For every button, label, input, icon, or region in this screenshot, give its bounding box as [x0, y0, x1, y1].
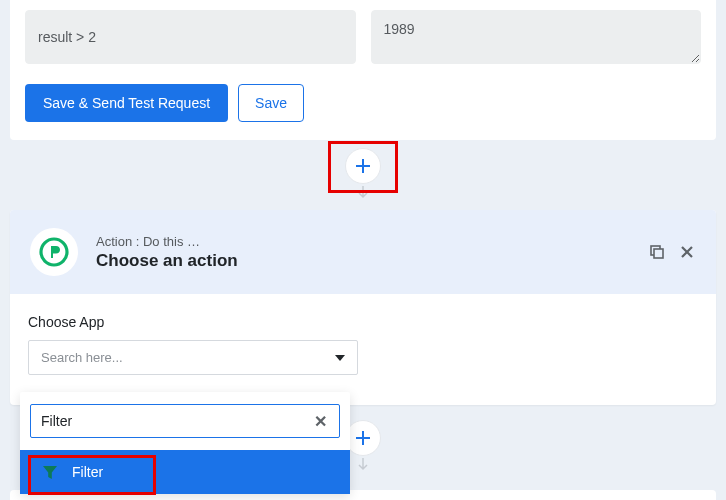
inputs-row: 1989: [25, 10, 701, 64]
header-actions: [648, 243, 696, 261]
action-card: Action : Do this … Choose an action Choo…: [10, 210, 716, 405]
select-placeholder: Search here...: [41, 350, 123, 365]
app-search-wrapper: ✕: [30, 404, 340, 438]
highlight-add-step: [328, 141, 398, 193]
connector-bottom: [345, 420, 381, 476]
clear-search-icon[interactable]: ✕: [311, 412, 329, 430]
action-subtitle: Action : Do this …: [96, 234, 630, 249]
add-step-button-2[interactable]: [345, 420, 381, 456]
action-body: Choose App Search here... ✕ Filter: [10, 294, 716, 405]
choose-app-label: Choose App: [28, 314, 698, 330]
chevron-down-icon: [335, 355, 345, 361]
copy-icon[interactable]: [648, 243, 666, 261]
svg-rect-2: [654, 249, 663, 258]
top-card: 1989 Save & Send Test Request Save: [10, 0, 716, 140]
plus-icon: [356, 431, 370, 445]
highlight-filter-item: [28, 455, 156, 495]
save-button[interactable]: Save: [238, 84, 304, 122]
button-row: Save & Send Test Request Save: [25, 84, 701, 122]
save-send-test-request-button[interactable]: Save & Send Test Request: [25, 84, 228, 122]
arrow-down-icon: [357, 458, 369, 476]
action-title: Choose an action: [96, 251, 630, 271]
app-dropdown-panel: ✕ Filter: [20, 392, 350, 494]
result-input[interactable]: [25, 10, 356, 64]
pabbly-logo-icon: [39, 237, 69, 267]
action-titles: Action : Do this … Choose an action: [96, 234, 630, 271]
close-icon[interactable]: [678, 243, 696, 261]
app-search-input[interactable]: [41, 413, 311, 429]
value-input[interactable]: 1989: [371, 10, 702, 64]
choose-app-select[interactable]: Search here...: [28, 340, 358, 375]
connector-top: [0, 140, 726, 210]
app-logo-circle: [30, 228, 78, 276]
action-header: Action : Do this … Choose an action: [10, 210, 716, 294]
